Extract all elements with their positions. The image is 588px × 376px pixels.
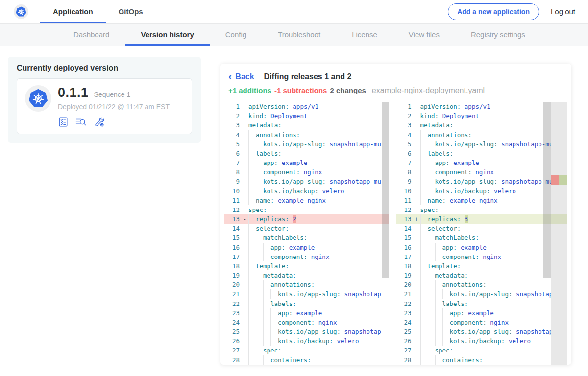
overview-ruler [551, 102, 567, 365]
subnav-item-view-files[interactable]: View files [393, 24, 455, 46]
logout-link[interactable]: Log out [551, 7, 575, 16]
subnav-item-license[interactable]: License [336, 24, 393, 46]
code-line: 18template: [224, 261, 389, 271]
kubernetes-logo-icon [14, 4, 28, 19]
code-line: 12spec: [396, 205, 551, 214]
deployed-timestamp: Deployed 01/21/22 @ 11:47 am EST [58, 103, 170, 111]
code-line: 5kots.io/app-slug: snapshotapp-mu [224, 140, 389, 149]
scrollbar-thumb[interactable] [543, 102, 551, 278]
code-line: 22labels: [396, 299, 551, 308]
diff-left-code: 1apiVersion: apps/v12kind: Deployment3me… [224, 102, 389, 365]
code-line: 17component: nginx [224, 252, 389, 261]
scrollbar-thumb[interactable] [382, 102, 389, 278]
subnav-label: License [352, 30, 377, 39]
tab-application-label: Application [53, 7, 93, 16]
view-logs-icon[interactable] [75, 117, 87, 127]
code-line: 14selector: [224, 224, 389, 233]
code-line: 28containers: [396, 355, 551, 365]
code-line: 24component: nginx [396, 318, 551, 327]
subnav-item-registry-settings[interactable]: Registry settings [455, 24, 541, 46]
kubernetes-app-icon [25, 85, 51, 112]
diff-panels: 1apiVersion: apps/v12kind: Deployment3me… [224, 102, 567, 365]
subnav-label: Dashboard [74, 30, 109, 39]
code-line: 20annotations: [224, 280, 389, 289]
diff-card: ‹ Back Diffing releases 1 and 2 +1 addit… [220, 64, 571, 365]
code-line: 2kind: Deployment [224, 111, 389, 120]
deployed-card-title: Currently deployed version [17, 64, 192, 72]
subnav-item-version-history[interactable]: Version history [125, 24, 209, 46]
top-nav: Application GitOps Add a new application… [0, 0, 588, 24]
subnav-item-config[interactable]: Config [210, 24, 262, 46]
subnav-label: Troubleshoot [278, 30, 320, 39]
code-line: 24component: nginx [224, 318, 389, 327]
version-sequence: Sequence 1 [94, 91, 131, 98]
version-number: 0.1.1 [58, 85, 89, 100]
diff-panel-modified[interactable]: 1apiVersion: apps/v12kind: Deployment3me… [396, 102, 567, 365]
code-line: 2kind: Deployment [396, 111, 551, 120]
code-line: 4annotations: [396, 130, 551, 140]
code-line: 25kots.io/app-slug: snapshotap [224, 327, 389, 336]
code-line: 23app: example [396, 308, 551, 318]
subnav-label: Registry settings [471, 30, 525, 39]
code-line: 3metadata: [224, 120, 389, 130]
code-line: 23app: example [224, 308, 389, 318]
code-line: 11name: example-nginx [396, 196, 551, 205]
back-link[interactable]: ‹ Back [228, 72, 254, 81]
ruler-changed-line-mark [551, 214, 567, 224]
code-line: 4annotations: [224, 130, 389, 140]
code-line: 3metadata: [396, 120, 551, 130]
chevron-left-icon: ‹ [228, 73, 232, 81]
code-line: 19metadata: [224, 271, 389, 280]
code-line: 22labels: [224, 299, 389, 308]
subtractions-count: -1 subtractions [274, 86, 327, 94]
code-line: 26kots.io/backup: velero [396, 336, 551, 346]
code-line: 9kots.io/app-slug: snapshotapp-mu [224, 177, 389, 186]
changes-count: 2 changes [330, 86, 366, 94]
code-line: 13+replicas: 3 [396, 214, 551, 224]
topnav-right: Add a new application Log out [448, 0, 575, 23]
diff-title: Diffing releases 1 and 2 [264, 72, 352, 81]
code-line: 17component: nginx [396, 252, 551, 261]
code-line: 6labels: [396, 149, 551, 158]
code-line: 27spec: [224, 346, 389, 355]
code-line: 16app: example [396, 243, 551, 252]
code-line: 1apiVersion: apps/v1 [224, 102, 389, 111]
checklist-icon[interactable] [58, 117, 69, 127]
currently-deployed-card: Currently deployed version 0.1.1 [8, 57, 201, 143]
code-line: 15matchLabels: [224, 233, 389, 242]
diff-panel-original[interactable]: 1apiVersion: apps/v12kind: Deployment3me… [224, 102, 389, 365]
subnav-item-dashboard[interactable]: Dashboard [58, 24, 125, 46]
code-line: 8component: nginx [396, 167, 551, 177]
code-line: 5kots.io/app-slug: snapshotapp-mu [396, 140, 551, 149]
code-line: 8component: nginx [224, 167, 389, 177]
subnav-item-troubleshoot[interactable]: Troubleshoot [262, 24, 336, 46]
diff-stats: +1 additions -1 subtractions 2 changes e… [228, 86, 567, 96]
code-line: 11name: example-nginx [224, 196, 389, 205]
code-line: 9kots.io/app-slug: snapshotapp-mu [396, 177, 551, 186]
code-line: 20annotations: [396, 280, 551, 289]
code-line: 10kots.io/backup: velero [224, 187, 389, 196]
code-line: 28containers: [224, 355, 389, 365]
ruler-addition-mark [559, 175, 567, 185]
code-line: 14selector: [396, 224, 551, 233]
back-label: Back [235, 72, 254, 81]
tab-gitops-label: GitOps [119, 7, 143, 16]
tab-gitops[interactable]: GitOps [106, 0, 156, 23]
version-info: 0.1.1 Sequence 1 Deployed 01/21/22 @ 11:… [58, 85, 170, 127]
tab-application[interactable]: Application [40, 0, 106, 23]
add-application-button[interactable]: Add a new application [448, 3, 539, 20]
version-actions [58, 117, 170, 127]
app-logo[interactable] [14, 0, 28, 23]
code-line: 7app: example [396, 158, 551, 167]
edit-config-icon[interactable] [94, 117, 105, 127]
code-line: 10kots.io/backup: velero [396, 187, 551, 196]
code-line: 16app: example [224, 243, 389, 252]
code-line: 15matchLabels: [396, 233, 551, 242]
additions-count: +1 additions [228, 86, 271, 94]
code-line: 25kots.io/app-slug: snapshotap [396, 327, 551, 336]
code-line: 13-replicas: 2 [224, 214, 389, 224]
code-line: 21kots.io/app-slug: snapshotap [396, 289, 551, 299]
ruler-deletion-mark [551, 175, 559, 185]
deployed-version-tile: 0.1.1 Sequence 1 Deployed 01/21/22 @ 11:… [17, 78, 192, 134]
app-sub-nav: Dashboard Version history Config Trouble… [0, 24, 588, 46]
